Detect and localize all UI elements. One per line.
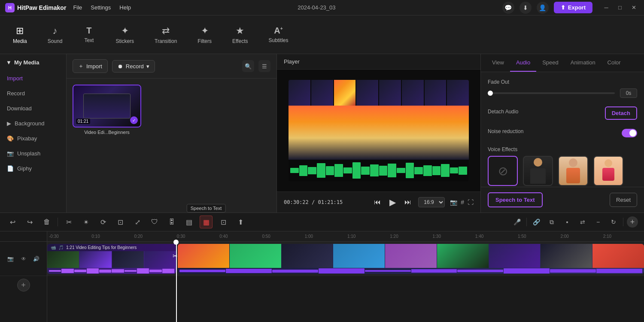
ruler-mark: 0:10 xyxy=(90,234,132,239)
list-view-button[interactable]: ☰ xyxy=(258,60,270,72)
video-clip-after[interactable] xyxy=(178,244,644,274)
link-button[interactable]: 🔗 xyxy=(530,216,542,228)
subtitle-button[interactable]: ▤ xyxy=(182,216,195,228)
fade-out-section: Fade Out 0s xyxy=(488,79,637,98)
toolbar-media[interactable]: ⊞ Media xyxy=(9,23,31,47)
import-button[interactable]: ＋ Import xyxy=(73,59,108,73)
frame-button[interactable]: ⧉ xyxy=(546,216,558,228)
search-button[interactable]: 🔍 xyxy=(242,60,254,72)
toolbar-sound[interactable]: ♪ Sound xyxy=(43,23,67,47)
sidebar-item-download[interactable]: Download xyxy=(0,101,66,116)
rotate-button[interactable]: ↻ xyxy=(608,216,620,228)
prev-frame-button[interactable]: ⏮ xyxy=(372,197,383,208)
thumb-cell-purple xyxy=(385,244,437,268)
crop-button[interactable]: ⊡ xyxy=(114,216,127,228)
sidebar-item-unsplash[interactable]: 📷 Unsplash xyxy=(0,146,66,161)
mic-button[interactable]: 🎤 xyxy=(511,216,523,228)
track-controls: 📷 👁 🔊 + xyxy=(0,242,47,322)
player-header: Player xyxy=(277,54,480,70)
sidebar-pixabay-label: Pixabay xyxy=(17,135,37,142)
speaker-icon[interactable]: 🔊 xyxy=(32,254,41,264)
screenshot-icon[interactable]: 📷 xyxy=(450,199,457,206)
shield-button[interactable]: 🛡 xyxy=(148,216,161,228)
filmstrip-cell-sunset xyxy=(334,80,356,106)
noise-reduction-toggle[interactable] xyxy=(622,129,637,137)
detach-row: Detach Audio Detach xyxy=(488,106,637,120)
toolbar-effects[interactable]: ★ Effects xyxy=(228,23,252,47)
menu-file[interactable]: File xyxy=(73,4,82,11)
tab-speed[interactable]: Speed xyxy=(536,54,565,72)
tab-animation[interactable]: Animation xyxy=(565,54,601,72)
resize-button[interactable]: ⤢ xyxy=(131,216,144,228)
half-frame-button[interactable]: ▪ xyxy=(561,216,573,228)
eye-icon[interactable]: 👁 xyxy=(19,254,28,264)
aspect-ratio-select[interactable]: 16:9 xyxy=(418,197,445,207)
voice-option-none[interactable]: ⊘ None xyxy=(488,156,518,187)
giphy-icon: 📄 xyxy=(7,165,14,172)
detach-button[interactable]: Detach xyxy=(605,106,637,120)
add-track-row: + xyxy=(0,276,47,294)
voice-option-woman[interactable]: Woman xyxy=(558,156,588,187)
camera-icon[interactable]: 📷 xyxy=(6,254,15,264)
speech-to-text-button[interactable]: Speech to Text xyxy=(488,192,543,207)
add-track-button-left[interactable]: + xyxy=(17,279,30,292)
zoom-out-button[interactable]: − xyxy=(592,216,604,228)
speed-button[interactable]: ⟳ xyxy=(97,216,109,228)
toolbar-stickers[interactable]: ✦ Stickers xyxy=(111,23,138,47)
toolbar-transition[interactable]: ⇄ Transition xyxy=(150,23,181,47)
user-icon[interactable]: 👤 xyxy=(537,2,549,14)
sidebar-collapse-arrow[interactable]: ▼ xyxy=(6,59,12,66)
redo-button[interactable]: ↪ xyxy=(23,216,36,228)
sidebar-item-import[interactable]: Import xyxy=(0,71,66,86)
sidebar-item-background[interactable]: ▶ Background xyxy=(0,116,66,131)
media-item[interactable]: 01:21 ✓ Video Edi...Beginners xyxy=(73,85,141,135)
timeline-left-controls: 📷 👁 🔊 + xyxy=(0,231,47,322)
video-clip-before[interactable]: 📹 🎵 1:21 Video Editing Tips for Beginner… xyxy=(47,244,176,274)
minimize-button[interactable]: ─ xyxy=(601,3,611,13)
sidebar-item-record[interactable]: Record xyxy=(0,86,66,101)
fullscreen-icon[interactable]: ⛶ xyxy=(468,199,474,206)
tab-audio[interactable]: Audio xyxy=(510,54,536,72)
tab-view[interactable]: View xyxy=(486,54,510,72)
upload-button[interactable]: ⬆ xyxy=(234,216,247,228)
toolbar-subtitles[interactable]: A+ Subtitles xyxy=(264,23,292,46)
menu-help[interactable]: Help xyxy=(119,4,131,11)
play-button[interactable]: ▶ xyxy=(388,195,398,209)
close-button[interactable]: ✕ xyxy=(629,3,639,13)
next-frame-button[interactable]: ⏭ xyxy=(403,197,413,208)
panel-tabs: View Audio Speed Animation Color xyxy=(481,54,644,72)
delete-button[interactable]: 🗑 xyxy=(40,216,53,228)
speech-to-text-timeline-button[interactable]: ▦ Speech to Text xyxy=(200,216,213,228)
menu-settings[interactable]: Settings xyxy=(91,4,111,11)
chat-icon[interactable]: 💬 xyxy=(502,2,514,14)
timeline-right-controls: 🎤 🔗 ⧉ ▪ ⇄ − ↻ + xyxy=(511,216,638,228)
tab-color[interactable]: Color xyxy=(601,54,627,72)
audio-levels-button[interactable]: 🎛 xyxy=(165,216,178,228)
voice-option-child[interactable]: Child xyxy=(593,156,623,187)
sidebar-item-giphy[interactable]: 📄 Giphy xyxy=(0,161,66,176)
effects-icon: ★ xyxy=(236,25,244,36)
fade-out-track[interactable] xyxy=(488,92,615,94)
download-icon[interactable]: ⬇ xyxy=(519,2,532,14)
grid-icon[interactable]: # xyxy=(461,199,464,206)
fade-out-thumb[interactable] xyxy=(488,91,493,96)
split-button[interactable]: ✴ xyxy=(79,216,92,228)
export-button[interactable]: ⬆ Export xyxy=(554,2,592,13)
toolbar-text[interactable]: T Text xyxy=(79,23,99,46)
track-area: ✂ 📹 🎵 1:21 Video Editing Tips for Beginn… xyxy=(47,242,644,322)
captions-button[interactable]: ⊡ xyxy=(217,216,230,228)
sidebar-item-pixabay[interactable]: 🎨 Pixabay xyxy=(0,131,66,146)
reset-button[interactable]: Reset xyxy=(610,193,637,207)
toolbar-separator xyxy=(58,218,58,226)
record-button[interactable]: ⏺ Record ▾ xyxy=(112,60,155,73)
toolbar-text-label: Text xyxy=(84,37,94,43)
record-circle-icon: ⏺ xyxy=(118,63,123,70)
sidebar-record-label: Record xyxy=(7,90,25,97)
voice-option-man[interactable]: Man xyxy=(523,156,553,187)
cut-button[interactable]: ✂ xyxy=(62,216,75,228)
toolbar-filters[interactable]: ✦ Filters xyxy=(193,23,216,47)
swap-button[interactable]: ⇄ xyxy=(577,216,589,228)
undo-button[interactable]: ↩ xyxy=(6,216,19,228)
maximize-button[interactable]: □ xyxy=(615,3,625,13)
add-track-button[interactable]: + xyxy=(627,216,638,228)
